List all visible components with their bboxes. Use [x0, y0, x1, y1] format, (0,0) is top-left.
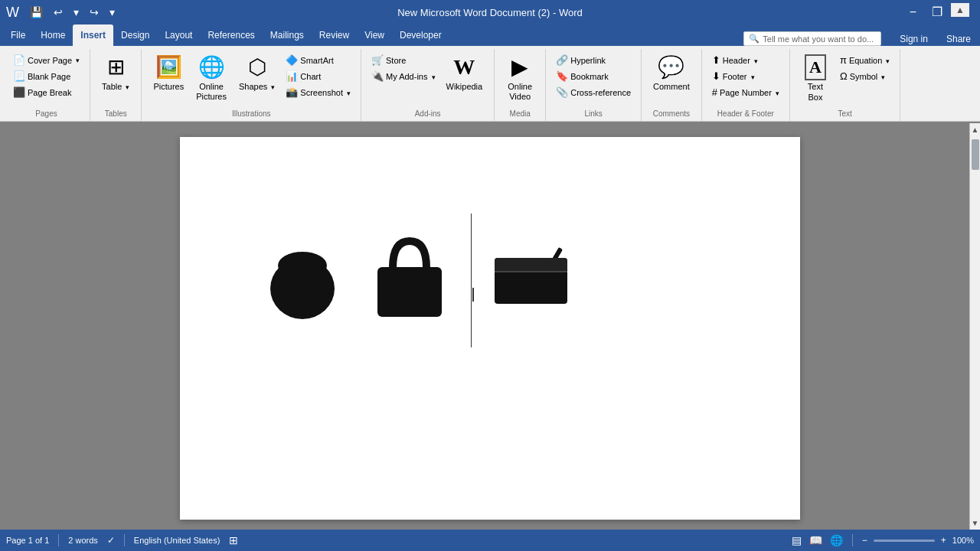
clutch-image[interactable] [487, 233, 579, 328]
ribbon-group-tables: ⊞ Table ▾ Tables [90, 49, 142, 121]
cover-page-arrow: ▾ [76, 57, 80, 64]
footer-button[interactable]: ⬇ Footer ▾ [708, 68, 783, 84]
text-box-button[interactable]: A TextBox [796, 52, 835, 105]
ribbon-group-illustrations: 🖼️ Pictures 🌐 OnlinePictures ⬡ Shapes ▾ … [142, 49, 361, 121]
page-number-icon: # [712, 86, 717, 98]
ribbon-collapse-button[interactable]: ▲ [951, 3, 969, 17]
pages-group-content: 📄 Cover Page ▾ 📃 Blank Page ⬛ Page Break [9, 49, 83, 108]
my-addins-button[interactable]: 🔌 My Add-ins ▾ [368, 68, 439, 84]
comment-icon: 💬 [658, 54, 684, 80]
web-layout-button[interactable]: 🌐 [827, 533, 846, 534]
tab-file[interactable]: File [3, 24, 33, 46]
tab-review[interactable]: Review [312, 24, 357, 46]
online-pictures-button[interactable]: 🌐 OnlinePictures [191, 52, 232, 104]
cross-reference-button[interactable]: 📎 Cross-reference [552, 84, 635, 100]
page-number-label: Page Number ▾ [720, 88, 779, 97]
hyperlink-button[interactable]: 🔗 Hyperlink [552, 52, 635, 68]
pages-group-label: Pages [35, 108, 57, 121]
scroll-down-arrow[interactable]: ▼ [972, 517, 979, 530]
shapes-button[interactable]: ⬡ Shapes ▾ [234, 52, 280, 94]
tab-home[interactable]: Home [33, 24, 73, 46]
screenshot-button[interactable]: 📸 Screenshot ▾ [282, 84, 354, 100]
tell-me-box[interactable]: 🔍 Tell me what you want to do... [743, 31, 881, 46]
equation-button[interactable]: π Equation ▾ [836, 52, 893, 68]
read-mode-button[interactable]: 📖 [806, 533, 825, 534]
store-label: Store [386, 56, 406, 65]
search-icon: 🔍 [749, 34, 760, 44]
signin-button[interactable]: Sign in [893, 32, 934, 46]
blank-page-button[interactable]: 📃 Blank Page [9, 68, 83, 84]
quick-access-toolbar: W 💾 ↩ ▾ ↪ ▾ [6, 5, 118, 21]
media-group-label: Media [510, 108, 531, 121]
print-layout-button[interactable]: ▤ [789, 533, 805, 534]
store-button[interactable]: 🛒 Store [368, 52, 439, 68]
header-button[interactable]: ⬆ Header ▾ [708, 52, 783, 68]
text-group-content: A TextBox π Equation ▾ Ω Symbol ▾ [796, 49, 893, 108]
header-icon: ⬆ [712, 54, 720, 66]
scroll-thumb[interactable] [972, 139, 979, 170]
links-group-label: Links [584, 108, 602, 121]
zoom-out-button[interactable]: − [859, 533, 871, 534]
tab-developer[interactable]: Developer [392, 24, 449, 46]
tab-insert[interactable]: Insert [73, 24, 113, 46]
pictures-button[interactable]: 🖼️ Pictures [148, 52, 189, 94]
cover-page-button[interactable]: 📄 Cover Page ▾ [9, 52, 83, 68]
share-button[interactable]: Share [940, 32, 977, 46]
illustrations-group-label: Illustrations [232, 108, 271, 121]
status-bar: Page 1 of 1 2 words ✓ English (United St… [0, 530, 980, 534]
tab-mailings[interactable]: Mailings [263, 24, 312, 46]
document-area: ▲ ▼ [0, 122, 980, 534]
smartart-button[interactable]: 🔷 SmartArt [282, 52, 354, 68]
tab-design[interactable]: Design [113, 24, 157, 46]
wikipedia-button[interactable]: W Wikipedia [441, 52, 488, 94]
undo-button[interactable]: ↩ [51, 5, 66, 20]
tab-layout[interactable]: Layout [157, 24, 200, 46]
online-video-button[interactable]: ▶ OnlineVideo [501, 52, 539, 104]
wikipedia-icon: W [453, 54, 475, 80]
customize-qa-button[interactable]: ▾ [106, 5, 118, 20]
purse-image[interactable] [256, 233, 348, 328]
document-page[interactable] [180, 137, 800, 520]
ribbon-group-pages: 📄 Cover Page ▾ 📃 Blank Page ⬛ Page Break… [3, 49, 90, 121]
zoom-in-button[interactable]: + [938, 533, 949, 534]
ribbon-group-text: A TextBox π Equation ▾ Ω Symbol ▾ Text [790, 49, 900, 121]
scroll-up-arrow[interactable]: ▲ [972, 123, 979, 136]
header-label: Header ▾ [723, 56, 758, 65]
symbol-icon: Ω [840, 70, 848, 82]
page-number-button[interactable]: # Page Number ▾ [708, 84, 783, 100]
redo-button[interactable]: ↪ [87, 5, 102, 20]
tables-group-content: ⊞ Table ▾ [96, 49, 135, 108]
addins-group-content: 🛒 Store 🔌 My Add-ins ▾ W Wikipedia [368, 49, 488, 108]
page-break-button[interactable]: ⬛ Page Break [9, 84, 83, 100]
table-button[interactable]: ⊞ Table ▾ [96, 52, 135, 94]
blank-page-icon: 📃 [13, 70, 25, 82]
save-button[interactable]: 💾 [27, 5, 46, 20]
handbag-image[interactable] [364, 233, 456, 328]
hyperlink-label: Hyperlink [570, 56, 606, 65]
chart-button[interactable]: 📊 Chart [282, 68, 354, 84]
bookmark-icon: 🔖 [556, 70, 568, 82]
restore-button[interactable]: ❐ [926, 5, 949, 20]
vertical-scrollbar[interactable]: ▲ ▼ [969, 123, 980, 530]
cover-page-label: Cover Page [28, 56, 72, 65]
tab-references[interactable]: References [200, 24, 262, 46]
my-addins-icon: 🔌 [371, 70, 384, 82]
title-bar-left: W 💾 ↩ ▾ ↪ ▾ [6, 5, 118, 21]
ribbon-content: 📄 Cover Page ▾ 📃 Blank Page ⬛ Page Break… [0, 46, 980, 122]
svg-point-3 [278, 252, 327, 279]
svg-rect-4 [377, 267, 442, 317]
tell-me-text: Tell me what you want to do... [763, 34, 874, 44]
cross-reference-label: Cross-reference [570, 88, 631, 97]
bookmark-button[interactable]: 🔖 Bookmark [552, 68, 635, 84]
comment-button[interactable]: 💬 Comment [648, 52, 695, 94]
tab-view[interactable]: View [357, 24, 392, 46]
symbol-button[interactable]: Ω Symbol ▾ [836, 68, 893, 84]
store-icon: 🛒 [371, 54, 384, 66]
document-images [256, 214, 769, 347]
ribbon-group-links: 🔗 Hyperlink 🔖 Bookmark 📎 Cross-reference… [546, 49, 642, 121]
comments-group-content: 💬 Comment [648, 49, 695, 108]
minimize-button[interactable]: − [903, 5, 923, 20]
chart-label: Chart [300, 72, 321, 81]
smartart-label: SmartArt [300, 56, 333, 65]
undo-dropdown[interactable]: ▾ [70, 5, 82, 20]
